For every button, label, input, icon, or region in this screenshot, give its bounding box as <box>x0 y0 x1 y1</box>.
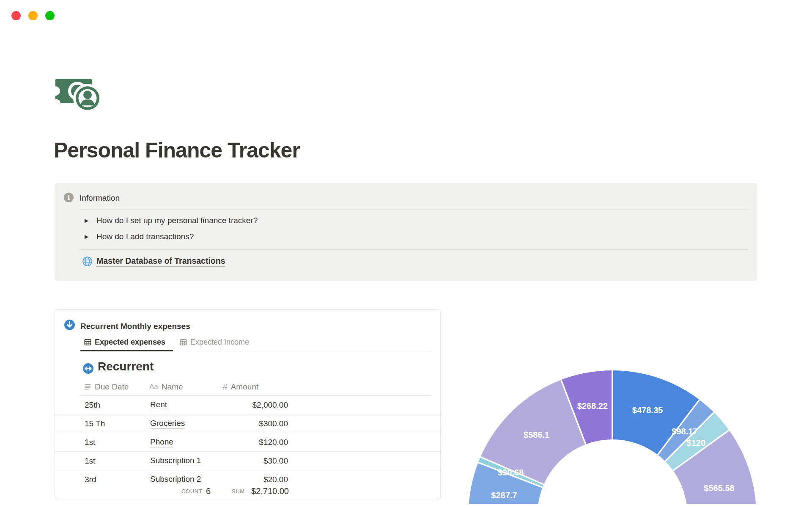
text-type-icon: Aa <box>149 383 158 391</box>
money-banknote-icon[interactable] <box>55 77 102 113</box>
donut-segment-label: $98.17 <box>672 427 697 436</box>
number-icon: # <box>223 382 228 392</box>
column-header-due-date[interactable]: Due Date <box>84 382 129 392</box>
table-row[interactable]: 1st Subscription 1 $30.00 <box>55 452 440 470</box>
recurrent-monthly-expenses-card: Recurrent Monthly expenses Expected expe… <box>55 309 441 499</box>
active-tab-underline <box>80 350 173 351</box>
master-database-link-label[interactable]: Master Database of Transactions <box>96 256 225 267</box>
donut-segment-label: $30.68 <box>498 468 524 477</box>
column-header-name[interactable]: Aa Name <box>149 382 183 392</box>
table-icon <box>180 339 187 346</box>
donut-segment-label: $268.22 <box>577 401 608 411</box>
donut-segment-label: $586.1 <box>524 430 549 439</box>
donut-segment-label: $478.35 <box>632 406 663 415</box>
column-header-amount[interactable]: # Amount <box>223 382 258 392</box>
toggle-right-arrow-icon[interactable]: ▶ <box>85 234 91 240</box>
master-database-link[interactable]: Master Database of Transactions <box>82 256 225 267</box>
table-row[interactable]: 3rd Subscription 2 $20.00 <box>55 470 440 483</box>
minimize-button[interactable] <box>28 11 38 20</box>
table-footer: COUNT 6 SUM $2,710.00 <box>55 483 440 499</box>
close-button[interactable] <box>11 11 21 20</box>
donut-segment-label: $565.58 <box>704 483 734 493</box>
arrow-down-circle-icon <box>64 320 75 330</box>
list-icon <box>84 383 91 391</box>
page-title[interactable]: Personal Finance Tracker <box>54 138 300 163</box>
donut-segment-label: $120 <box>687 438 706 447</box>
sum-value[interactable]: $2,710.00 <box>241 486 289 496</box>
info-icon: i <box>64 193 74 202</box>
globe-icon <box>82 256 93 267</box>
donut-segment-label: $287.7 <box>491 491 517 500</box>
callout-title[interactable]: Information <box>80 193 120 203</box>
toggle-add-transactions-question[interactable]: ▶ How do I add transactions? <box>85 232 194 241</box>
expenses-donut-chart[interactable]: $478.35$98.17$120$565.58$287.7$30.68$586… <box>461 364 765 504</box>
toggle-right-arrow-icon[interactable]: ▶ <box>85 218 91 224</box>
divider <box>80 249 748 250</box>
table-row[interactable]: 15 Th Groceries $300.00 <box>55 414 440 433</box>
divider <box>80 209 748 210</box>
table-row[interactable]: 1st Phone $120.00 <box>55 433 440 452</box>
table-section-title[interactable]: Recurrent <box>98 360 154 373</box>
count-value[interactable]: 6 <box>206 486 211 496</box>
window-controls <box>11 11 55 20</box>
toggle-setup-question[interactable]: ▶ How do I set up my personal finance tr… <box>85 216 258 225</box>
table-body: 25th Rent $2,000.00 15 Th Groceries $300… <box>55 396 440 483</box>
information-callout: i Information ▶ How do I set up my perso… <box>55 183 757 281</box>
table-row[interactable]: 25th Rent $2,000.00 <box>55 396 440 414</box>
notion-personal-finance-page: { "window": { "controls": [ {"name": "cl… <box>0 0 812 508</box>
zoom-button[interactable] <box>45 11 55 20</box>
tab-expected-income[interactable]: Expected Income <box>180 338 249 347</box>
count-label[interactable]: COUNT <box>181 488 202 494</box>
tab-expected-expenses[interactable]: Expected expenses <box>84 338 165 347</box>
arrows-left-right-circle-icon <box>83 363 93 374</box>
widget-title[interactable]: Recurrent Monthly expenses <box>80 322 190 331</box>
table-icon <box>84 339 91 346</box>
